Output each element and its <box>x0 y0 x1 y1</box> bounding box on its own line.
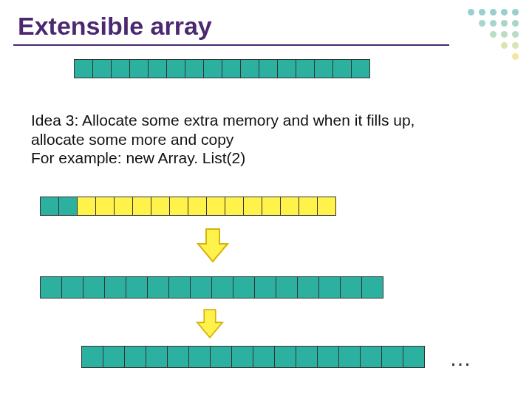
array-cell <box>296 59 315 78</box>
array-cell <box>253 346 275 368</box>
array-cell <box>74 59 93 78</box>
array-cell <box>351 59 370 78</box>
down-arrow-icon <box>192 225 233 266</box>
array-cell <box>167 346 189 368</box>
array-cell <box>132 197 151 216</box>
down-arrow-icon <box>192 306 228 341</box>
array-cell <box>126 276 148 299</box>
array-cell <box>299 197 318 216</box>
array-cell <box>147 276 169 299</box>
slide: Extensible array Idea 3: Allocate some e… <box>0 0 532 399</box>
title-underline <box>13 44 449 46</box>
array-cell <box>188 346 211 368</box>
array-cell <box>146 346 168 368</box>
array-cell <box>211 276 233 299</box>
array-cell <box>233 276 255 299</box>
array-cell <box>274 346 296 368</box>
array-cell <box>318 276 341 299</box>
array-cell <box>166 59 185 78</box>
array-cell <box>280 197 299 216</box>
array-cell <box>332 59 352 78</box>
array-cell <box>148 59 167 78</box>
array-cell <box>297 276 319 299</box>
array-cell <box>210 346 232 368</box>
array-cell <box>40 197 59 216</box>
body-text: Idea 3: Allocate some extra memory and w… <box>31 111 489 168</box>
array-cell <box>151 197 170 216</box>
array-cell <box>129 59 149 78</box>
array-cell <box>77 197 96 216</box>
array-cell <box>58 197 78 216</box>
array-cell <box>262 197 281 216</box>
array-cell <box>168 276 191 299</box>
array-cell <box>259 59 278 78</box>
array-cell <box>92 59 112 78</box>
array-cell <box>203 59 222 78</box>
array-cell <box>361 276 383 299</box>
array-cell <box>338 346 361 368</box>
array-cell <box>222 59 241 78</box>
array-cell <box>296 346 318 368</box>
array-cell <box>95 197 115 216</box>
array-cell <box>381 346 403 368</box>
array-cell <box>277 59 296 78</box>
array-cell <box>190 276 212 299</box>
array-cell <box>114 197 133 216</box>
array-cell <box>317 197 336 216</box>
array-cell <box>40 276 62 299</box>
array-cell <box>103 346 125 368</box>
array-cell <box>169 197 188 216</box>
array-cell <box>206 197 225 216</box>
body-line-3: For example: new Array. List(2) <box>31 149 489 168</box>
array-cell <box>225 197 244 216</box>
array-cell <box>403 346 425 368</box>
decorative-dots <box>468 9 519 60</box>
array-cell <box>243 197 262 216</box>
body-line-2: allocate some more and copy <box>31 130 489 149</box>
array-cell <box>360 346 382 368</box>
body-line-1: Idea 3: Allocate some extra memory and w… <box>31 111 489 130</box>
array-row-bottom <box>81 346 425 368</box>
array-cell <box>317 346 339 368</box>
array-cell <box>104 276 126 299</box>
array-row-mid <box>40 197 336 216</box>
array-cell <box>254 276 276 299</box>
array-cell <box>83 276 105 299</box>
array-cell <box>81 346 103 368</box>
array-cell <box>240 59 259 78</box>
array-cell <box>231 346 253 368</box>
array-cell <box>188 197 207 216</box>
array-cell <box>314 59 333 78</box>
array-cell <box>185 59 204 78</box>
slide-title: Extensible array <box>18 12 212 41</box>
array-cell <box>276 276 298 299</box>
array-row-top <box>74 59 370 78</box>
array-cell <box>124 346 146 368</box>
ellipsis: … <box>449 346 471 371</box>
array-row-wide <box>40 276 383 299</box>
array-cell <box>340 276 362 299</box>
array-cell <box>61 276 83 299</box>
array-cell <box>111 59 130 78</box>
